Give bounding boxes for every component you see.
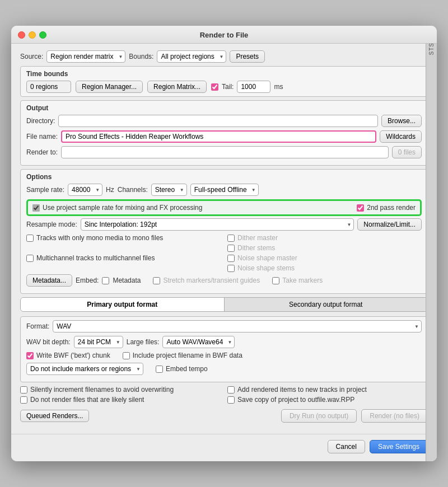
add-to-tracks-label: Add rendered items to new tracks in proj… — [237, 386, 367, 394]
wav-bitdepth-select[interactable]: 24 bit PCM — [74, 336, 123, 348]
format-select[interactable]: WAV — [53, 320, 422, 333]
region-manager-button[interactable]: Region Manager... — [76, 81, 143, 93]
right-sidebar: STS — [426, 26, 437, 461]
time-bounds-row: Region Manager... Region Matrix... Tail:… — [26, 81, 422, 93]
output-title: Output — [26, 104, 422, 112]
format-select-wrapper: WAV — [53, 320, 422, 333]
dialog-content: Source: Region render matrix Bounds: All… — [11, 44, 437, 434]
tail-input[interactable] — [237, 81, 270, 93]
wildcards-button[interactable]: Wildcards — [380, 130, 422, 143]
do-not-render-silent-checkbox[interactable] — [20, 396, 27, 404]
save-copy-wrap: Save copy of project to outfile.wav.RPP — [227, 396, 428, 404]
format-row: Format: WAV — [26, 320, 422, 333]
multichannel-wrap: Multichannel tracks to multichannel file… — [26, 254, 221, 262]
primary-format-tab[interactable]: Primary output format — [21, 298, 225, 311]
noise-shape-master-checkbox[interactable] — [227, 255, 235, 262]
do-not-render-silent-label: Do not render files that are likely sile… — [30, 396, 144, 404]
queued-renders-button[interactable]: Queued Renders... — [20, 410, 89, 422]
source-select-wrapper: Region render matrix — [46, 50, 125, 63]
close-button[interactable] — [18, 31, 25, 39]
directory-input[interactable] — [58, 115, 378, 127]
browse-button[interactable]: Browse... — [381, 115, 422, 127]
presets-button[interactable]: Presets — [230, 50, 265, 63]
include-filename-label: Include project filename in BWF data — [133, 352, 242, 359]
use-project-sample-rate-wrap: Use project sample rate for mixing and F… — [32, 204, 202, 212]
dither-stems-checkbox[interactable] — [227, 245, 235, 252]
render-to-input[interactable] — [61, 146, 389, 158]
noise-shape-master-wrap: Noise shape master — [227, 254, 422, 262]
channels-select[interactable]: Stereo — [151, 184, 187, 196]
directory-label: Directory: — [26, 117, 55, 125]
tracks-mono-checkbox[interactable] — [26, 235, 34, 242]
normalize-limit-button[interactable]: Normalize/Limit... — [357, 218, 422, 231]
maximize-button[interactable] — [39, 31, 46, 39]
metadata-chk-label: Metadata — [113, 277, 141, 284]
second-pass-highlight: Use project sample rate for mixing and F… — [26, 199, 422, 216]
embed-tempo-checkbox[interactable] — [156, 366, 163, 373]
metadata-button[interactable]: Metadata... — [26, 274, 72, 287]
sample-rate-row: Sample rate: 48000 Hz Channels: Stereo F… — [26, 184, 422, 196]
resample-mode-label: Resample mode: — [26, 221, 77, 228]
render-actions: Dry Run (no output) Render (no files) — [281, 409, 428, 423]
take-markers-checkbox[interactable] — [272, 277, 279, 284]
hz-label: Hz — [106, 186, 114, 194]
cancel-button[interactable]: Cancel — [328, 440, 365, 453]
multichannel-checkbox[interactable] — [26, 255, 34, 262]
include-filename-checkbox[interactable] — [123, 352, 130, 359]
save-copy-checkbox[interactable] — [227, 396, 235, 404]
embed-tempo-wrap: Embed tempo — [156, 365, 208, 373]
dry-run-button[interactable]: Dry Run (no output) — [281, 409, 357, 423]
silently-increment-wrap: Silently increment filenames to avoid ov… — [20, 386, 221, 394]
tail-checkbox[interactable] — [211, 83, 218, 91]
time-bounds-group: Time bounds Region Manager... Region Mat… — [20, 66, 428, 97]
dither-stems-label: Dither stems — [237, 244, 275, 252]
format-tabs: Primary output format Secondary output f… — [20, 297, 428, 312]
filename-label: File name: — [26, 133, 58, 141]
save-settings-button[interactable]: Save Settings — [370, 440, 428, 453]
stretch-markers-checkbox[interactable] — [153, 277, 160, 284]
markers-select[interactable]: Do not include markers or regions — [26, 363, 143, 375]
main-window: STS Render to File Source: Region render… — [11, 26, 437, 461]
tracks-mono-label: Tracks with only mono media to mono file… — [36, 234, 163, 242]
markers-select-wrapper: Do not include markers or regions — [26, 363, 143, 375]
tail-unit: ms — [274, 83, 283, 91]
do-not-render-silent-wrap: Do not render files that are likely sile… — [20, 396, 221, 404]
write-bwf-checkbox[interactable] — [26, 352, 34, 359]
channels-label: Channels: — [118, 186, 148, 194]
filename-input[interactable] — [61, 130, 376, 143]
sample-rate-select[interactable]: 48000 — [68, 184, 102, 196]
use-project-sample-rate-checkbox[interactable] — [32, 204, 40, 212]
render-mode-select[interactable]: Full-speed Offline — [190, 184, 259, 196]
options-group: Options Sample rate: 48000 Hz Channels: … — [20, 169, 428, 294]
minimize-button[interactable] — [29, 31, 36, 39]
multichannel-label: Multichannel tracks to multichannel file… — [36, 254, 155, 262]
resample-select[interactable]: Sinc Interpolation: 192pt — [81, 218, 354, 231]
large-files-select[interactable]: Auto WAV/Wave64 — [162, 336, 235, 348]
markers-row: Do not include markers or regions Embed … — [26, 363, 422, 375]
add-to-tracks-checkbox[interactable] — [227, 386, 235, 394]
region-matrix-button[interactable]: Region Matrix... — [147, 81, 207, 93]
metadata-checkbox[interactable] — [102, 277, 109, 284]
regions-input[interactable] — [26, 81, 71, 93]
render-mode-select-wrapper: Full-speed Offline — [190, 184, 259, 196]
silently-increment-label: Silently increment filenames to avoid ov… — [30, 386, 174, 394]
noise-shape-stems-checkbox[interactable] — [227, 265, 235, 272]
render-button[interactable]: Render (no files) — [361, 409, 428, 423]
dither-master-checkbox[interactable] — [227, 235, 235, 242]
tail-row: Tail: ms — [211, 81, 283, 93]
silently-increment-checkbox[interactable] — [20, 386, 27, 394]
source-select[interactable]: Region render matrix — [46, 50, 125, 63]
source-row: Source: Region render matrix Bounds: All… — [20, 50, 428, 63]
include-filename-wrap: Include project filename in BWF data — [123, 352, 242, 359]
stretch-markers-label: Stretch markers/transient guides — [163, 277, 260, 284]
sample-rate-label: Sample rate: — [26, 186, 64, 194]
second-pass-checkbox[interactable] — [357, 204, 364, 212]
use-project-sample-rate-label: Use project sample rate for mixing and F… — [43, 204, 202, 212]
dither-master-label: Dither master — [237, 234, 278, 242]
secondary-format-tab[interactable]: Secondary output format — [225, 298, 428, 311]
format-label: Format: — [26, 322, 49, 330]
bounds-select[interactable]: All project regions — [157, 50, 226, 63]
files-button[interactable]: 0 files — [392, 146, 422, 158]
directory-row: Directory: Browse... — [26, 115, 422, 127]
embed-tempo-label: Embed tempo — [166, 365, 208, 373]
